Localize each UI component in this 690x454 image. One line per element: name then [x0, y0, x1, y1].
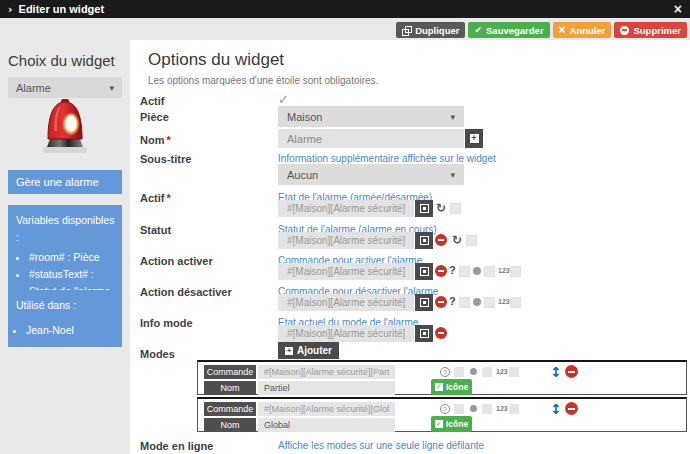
- mode-command-input[interactable]: [258, 402, 395, 416]
- refresh-icon[interactable]: ↻: [452, 234, 462, 246]
- duplicate-button[interactable]: Dupliquer: [396, 22, 465, 38]
- mode-name-input[interactable]: [258, 381, 395, 395]
- subtitle-select[interactable]: Aucun ▾: [278, 164, 464, 185]
- option-checkbox[interactable]: [450, 203, 461, 214]
- option-checkbox[interactable]: [509, 367, 519, 377]
- duplicate-label: Dupliquer: [415, 25, 459, 36]
- info-mode-input[interactable]: [278, 325, 414, 342]
- name-input[interactable]: [278, 129, 464, 148]
- manage-alarm-label: Gère une alarme: [16, 176, 99, 188]
- option-checkbox[interactable]: [484, 266, 495, 277]
- option-checkbox[interactable]: [510, 266, 521, 277]
- question-icon[interactable]: ?: [449, 296, 456, 307]
- window-title: Editer un widget: [19, 3, 105, 15]
- numbers-icon[interactable]: 123: [498, 298, 510, 305]
- label-sous-titre: Sous-titre: [140, 153, 191, 165]
- list-icon: [420, 298, 429, 307]
- remove-icon[interactable]: [435, 327, 447, 339]
- numbers-icon[interactable]: 123: [496, 405, 508, 412]
- remove-icon[interactable]: [435, 265, 447, 277]
- delete-label: Supprimer: [633, 25, 681, 36]
- option-checkbox[interactable]: [484, 297, 495, 308]
- close-icon[interactable]: ×: [674, 2, 682, 16]
- icon-picker-button[interactable]: ✓ Icône: [431, 379, 472, 395]
- chevron-right-icon: ›: [8, 3, 13, 16]
- statut-cmd-input[interactable]: [278, 232, 414, 249]
- move-updown-icon[interactable]: ↕: [550, 365, 562, 379]
- used-in-title: Utilisé dans :: [16, 297, 116, 314]
- option-checkbox[interactable]: [466, 235, 477, 246]
- label-action-activer: Action activer: [140, 255, 213, 267]
- cancel-button[interactable]: × Annuler: [553, 22, 612, 38]
- move-updown-icon[interactable]: ↕: [550, 402, 562, 416]
- select-command-button[interactable]: [415, 200, 433, 217]
- comment-icon[interactable]: [473, 298, 481, 306]
- option-checkbox[interactable]: [454, 367, 464, 377]
- widget-type-value: Alarme: [16, 82, 51, 94]
- sidebar-heading: Choix du widget: [8, 52, 115, 69]
- numbers-icon[interactable]: 123: [496, 368, 508, 375]
- manage-alarm-button[interactable]: Gère une alarme: [8, 170, 122, 194]
- action-desactiver-input[interactable]: [278, 294, 414, 311]
- label-statut: Statut: [140, 224, 171, 236]
- label-actif: Actif: [140, 95, 164, 107]
- option-checkbox[interactable]: [459, 297, 470, 308]
- used-in-list: Jean-Noel: [16, 322, 116, 339]
- action-activer-input[interactable]: [278, 263, 414, 280]
- actif-cmd-input[interactable]: [278, 200, 414, 217]
- variable-item: #room# : Pièce: [29, 249, 116, 266]
- chevron-down-icon: ▾: [109, 83, 114, 93]
- mode-name-input[interactable]: [258, 418, 395, 432]
- list-icon: [420, 236, 429, 245]
- remove-mode-icon[interactable]: [565, 402, 578, 415]
- question-circle-icon[interactable]: ?: [440, 404, 450, 414]
- label-piece: Pièce: [140, 111, 169, 123]
- option-checkbox[interactable]: [509, 404, 519, 414]
- widget-type-select[interactable]: Alarme ▾: [8, 77, 122, 98]
- delete-button[interactable]: Supprimer: [614, 22, 687, 38]
- checked-checkbox-icon: ✓: [435, 383, 443, 391]
- mode-command-label: Commande: [204, 402, 256, 416]
- list-icon: [420, 267, 429, 276]
- mode-command-label: Commande: [204, 365, 256, 379]
- hint-sous-titre: Information supplémentaire affichée sur …: [278, 153, 496, 164]
- question-circle-icon[interactable]: ?: [440, 367, 450, 377]
- option-checkbox[interactable]: [454, 404, 464, 414]
- remove-mode-icon[interactable]: [565, 365, 578, 378]
- select-command-button[interactable]: [415, 263, 433, 280]
- refresh-icon[interactable]: ↻: [436, 202, 446, 214]
- numbers-icon[interactable]: 123: [498, 267, 510, 274]
- required-asterisk: *: [166, 192, 170, 204]
- question-icon[interactable]: ?: [449, 265, 456, 276]
- label-action-desactiver: Action désactiver: [140, 286, 232, 298]
- select-command-button[interactable]: [415, 294, 433, 311]
- select-command-button[interactable]: [415, 325, 433, 342]
- remove-icon[interactable]: [435, 234, 447, 246]
- select-command-button[interactable]: [415, 232, 433, 249]
- remove-icon[interactable]: [435, 296, 447, 308]
- add-mode-button[interactable]: + Ajouter: [278, 342, 339, 359]
- variables-title: Variables disponibles :: [16, 212, 116, 247]
- comment-icon[interactable]: [470, 405, 477, 412]
- comment-icon[interactable]: [470, 368, 477, 375]
- checked-checkbox-icon: ✓: [435, 420, 443, 428]
- icon-picker-button[interactable]: ✓ Icône: [431, 416, 472, 432]
- option-checkbox[interactable]: [482, 367, 492, 377]
- option-checkbox[interactable]: [459, 266, 470, 277]
- add-object-button[interactable]: +: [465, 129, 483, 148]
- actif-checkbox[interactable]: ✓: [278, 93, 289, 106]
- room-select-value: Maison: [287, 111, 322, 123]
- used-in-item[interactable]: Jean-Noel: [26, 322, 116, 339]
- mode-entry: Commande ? 123 ↕ Nom ✓ Icône: [197, 397, 687, 432]
- comment-icon[interactable]: [473, 267, 481, 275]
- mode-entry: Commande ? 123 ↕ Nom ✓ Icône: [197, 360, 687, 395]
- label-modes: Modes: [140, 348, 175, 360]
- mode-command-input[interactable]: [258, 365, 395, 379]
- room-select[interactable]: Maison ▾: [278, 106, 464, 127]
- save-button[interactable]: ✔ Sauvegarder: [468, 22, 549, 38]
- option-checkbox[interactable]: [510, 297, 521, 308]
- hint-mode-en-ligne: Affiche les modes sur une seule ligne dé…: [278, 440, 484, 451]
- plus-square-icon: +: [470, 134, 479, 143]
- used-in-box: Utilisé dans : Jean-Noel: [8, 290, 122, 347]
- option-checkbox[interactable]: [482, 404, 492, 414]
